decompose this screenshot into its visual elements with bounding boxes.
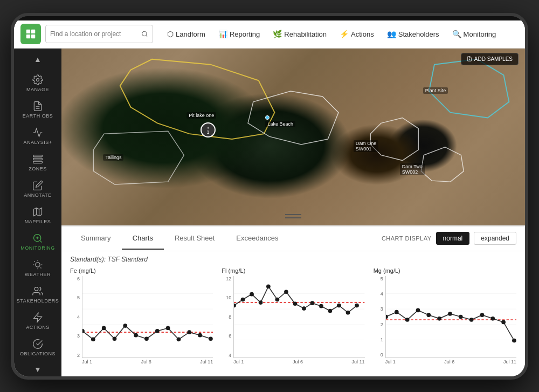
tab-exceedances[interactable]: Exceedances bbox=[225, 228, 289, 250]
stakeholders-icon: 👥 bbox=[387, 30, 396, 38]
earth-obs-icon bbox=[32, 101, 43, 112]
svg-point-50 bbox=[177, 337, 181, 341]
top-bar bbox=[14, 16, 525, 20]
sidebar-item-stakeholders[interactable]: STAKEHOLDERS bbox=[14, 281, 61, 308]
chart-fe-area bbox=[82, 276, 213, 358]
reporting-icon: 📊 bbox=[218, 30, 227, 38]
sidebar-item-manage[interactable]: MANAGE bbox=[14, 70, 61, 97]
logo-button[interactable] bbox=[20, 24, 41, 44]
search-input[interactable] bbox=[50, 30, 138, 38]
standard-label: Standard(s): TSF Standard bbox=[70, 256, 516, 263]
svg-point-60 bbox=[241, 297, 245, 301]
dam-two-label: Dam TwoSW002 bbox=[400, 163, 425, 175]
svg-marker-31 bbox=[421, 147, 464, 181]
tab-result-sheet[interactable]: Result Sheet bbox=[164, 228, 225, 250]
logo-icon bbox=[25, 28, 37, 40]
chart-mg-x-labels: Jul 1Jul 6Jul 11 bbox=[374, 359, 516, 365]
nav-actions[interactable]: ⚡ Actions bbox=[334, 26, 379, 42]
svg-rect-9 bbox=[33, 158, 43, 160]
sidebar-item-annotate[interactable]: ANNOTATE bbox=[14, 176, 61, 202]
search-icon bbox=[141, 30, 148, 38]
chart-mg: Mg (mg/L) 543210 bbox=[374, 267, 516, 365]
chart-display-expanded-btn[interactable]: expanded bbox=[474, 232, 516, 245]
drag-icon bbox=[285, 212, 301, 220]
svg-rect-2 bbox=[26, 35, 30, 38]
nav-rehabilitation[interactable]: 🌿 Rehabilitation bbox=[267, 26, 332, 42]
svg-point-51 bbox=[187, 330, 191, 334]
svg-point-64 bbox=[275, 297, 280, 301]
svg-point-52 bbox=[198, 333, 202, 337]
svg-point-84 bbox=[437, 316, 441, 320]
sidebar-expand-btn[interactable]: ▼ bbox=[32, 363, 44, 376]
svg-point-44 bbox=[113, 336, 117, 341]
chart-fl-svg bbox=[234, 276, 364, 357]
add-samples-button[interactable]: ADD SAMPLES bbox=[461, 53, 519, 65]
svg-point-85 bbox=[448, 312, 452, 316]
tab-charts[interactable]: Charts bbox=[122, 228, 164, 250]
svg-point-87 bbox=[469, 318, 473, 322]
chart-display-controls: CHART DISPLAY normal expanded bbox=[382, 232, 516, 245]
svg-point-73 bbox=[355, 303, 359, 307]
chart-display-normal-btn[interactable]: normal bbox=[436, 232, 470, 245]
sidebar-item-mapfiles[interactable]: MAPFILES bbox=[14, 202, 61, 229]
svg-marker-11 bbox=[34, 208, 42, 216]
chart-fl-y-axis: 1210864 bbox=[222, 276, 232, 358]
panel-drag-handle[interactable] bbox=[279, 209, 308, 225]
chart-fl-area bbox=[233, 276, 364, 358]
svg-marker-30 bbox=[370, 118, 418, 160]
sidebar-item-obligations[interactable]: OBLIGATIONS bbox=[14, 334, 61, 361]
sidebar-item-analysis[interactable]: ANALYSIS+ bbox=[14, 123, 61, 149]
chart-fl-title: Fl (mg/L) bbox=[222, 267, 364, 274]
sidebar: ▲ MANAGE EARTH OBS bbox=[14, 49, 61, 376]
map-panel[interactable]: Pit lake one Lake Beach Tailings Plant S… bbox=[61, 49, 525, 225]
sidebar-item-zones[interactable]: ZONES bbox=[14, 149, 61, 176]
svg-point-4 bbox=[142, 31, 147, 36]
svg-point-65 bbox=[284, 290, 288, 294]
svg-point-62 bbox=[259, 300, 263, 305]
chart-mg-svg bbox=[386, 276, 516, 357]
svg-point-83 bbox=[426, 313, 431, 317]
svg-point-49 bbox=[166, 326, 170, 330]
sidebar-item-earth-obs[interactable]: EARTH OBS bbox=[14, 97, 61, 123]
svg-point-67 bbox=[302, 306, 306, 311]
header: ⬡ Landform 📊 Reporting 🌿 Rehabilitation … bbox=[14, 20, 525, 49]
chart-fl-x-labels: Jul 1Jul 6Jul 11 bbox=[222, 359, 364, 365]
obligations-icon bbox=[32, 339, 43, 349]
manage-icon bbox=[32, 74, 43, 85]
svg-point-89 bbox=[490, 316, 495, 320]
svg-line-21 bbox=[40, 267, 41, 268]
chart-mg-wrapper: 543210 bbox=[374, 276, 516, 358]
svg-rect-0 bbox=[26, 30, 30, 33]
mapfiles-icon bbox=[32, 207, 43, 217]
svg-point-79 bbox=[386, 314, 388, 319]
nav-stakeholders[interactable]: 👥 Stakeholders bbox=[382, 26, 445, 42]
sidebar-item-actions[interactable]: ACTIONS bbox=[14, 308, 61, 334]
charts-row: Fe (mg/L) 65432 bbox=[70, 267, 516, 365]
svg-point-47 bbox=[144, 336, 149, 341]
search-bar[interactable] bbox=[45, 25, 153, 43]
svg-point-46 bbox=[134, 333, 138, 337]
pit-lake-label: Pit lake one bbox=[186, 112, 216, 119]
sidebar-collapse-btn[interactable]: ▲ bbox=[32, 53, 44, 66]
annotate-icon bbox=[32, 180, 43, 191]
svg-point-90 bbox=[501, 320, 506, 324]
nav-landform[interactable]: ⬡ Landform bbox=[162, 26, 211, 42]
svg-point-80 bbox=[395, 310, 399, 314]
chart-mg-area bbox=[385, 276, 516, 358]
sidebar-item-monitoring[interactable]: MONITORING bbox=[14, 229, 61, 255]
sidebar-item-weather[interactable]: WEATHER bbox=[14, 255, 61, 281]
add-samples-icon bbox=[467, 56, 472, 61]
nav-monitoring[interactable]: 🔍 Monitoring bbox=[447, 26, 502, 42]
tab-summary[interactable]: Summary bbox=[70, 228, 122, 250]
nav-reporting[interactable]: 📊 Reporting bbox=[213, 26, 265, 42]
svg-point-66 bbox=[293, 301, 298, 306]
chart-fl: Fl (mg/L) 1210864 bbox=[222, 267, 364, 365]
lake-beach-label: Lake Beach bbox=[265, 121, 295, 127]
chart-fe-svg bbox=[82, 276, 213, 357]
rehabilitation-icon: 🌿 bbox=[273, 30, 282, 38]
monitoring-sidebar-icon bbox=[32, 233, 43, 244]
panel-tabs: Summary Charts Result Sheet Exceedances bbox=[70, 228, 382, 250]
svg-point-81 bbox=[405, 318, 409, 322]
app-container: ⬡ Landform 📊 Reporting 🌿 Rehabilitation … bbox=[14, 20, 525, 376]
chart-mg-title: Mg (mg/L) bbox=[374, 267, 516, 274]
